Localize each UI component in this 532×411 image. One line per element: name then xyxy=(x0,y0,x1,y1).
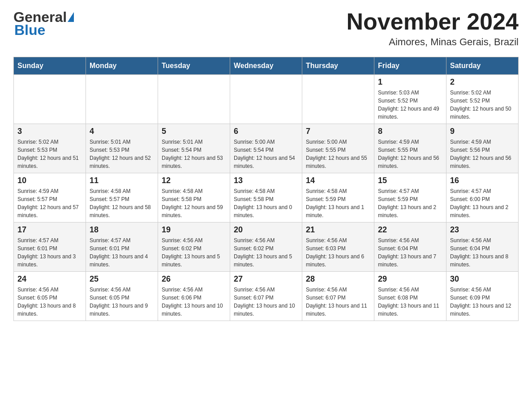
day-number: 22 xyxy=(378,225,442,235)
day-number: 17 xyxy=(17,225,82,235)
table-row: 25Sunrise: 4:56 AMSunset: 6:05 PMDayligh… xyxy=(86,272,158,321)
day-info: Sunrise: 5:02 AMSunset: 5:53 PMDaylight:… xyxy=(17,138,82,170)
day-info: Sunrise: 4:59 AMSunset: 5:55 PMDaylight:… xyxy=(378,138,442,170)
table-row: 30Sunrise: 4:56 AMSunset: 6:09 PMDayligh… xyxy=(446,272,519,321)
day-info: Sunrise: 4:56 AMSunset: 6:05 PMDaylight:… xyxy=(90,286,154,318)
day-info: Sunrise: 4:57 AMSunset: 6:01 PMDaylight:… xyxy=(90,236,154,269)
day-number: 4 xyxy=(90,127,154,136)
calendar-week-3: 10Sunrise: 4:59 AMSunset: 5:57 PMDayligh… xyxy=(14,173,519,223)
day-number: 25 xyxy=(90,274,154,284)
day-info: Sunrise: 4:56 AMSunset: 6:02 PMDaylight:… xyxy=(234,236,298,269)
calendar-week-1: 1Sunrise: 5:03 AMSunset: 5:52 PMDaylight… xyxy=(14,75,519,124)
calendar-week-2: 3Sunrise: 5:02 AMSunset: 5:53 PMDaylight… xyxy=(14,124,519,173)
day-info: Sunrise: 4:56 AMSunset: 6:02 PMDaylight:… xyxy=(162,236,226,269)
day-info: Sunrise: 4:56 AMSunset: 6:07 PMDaylight:… xyxy=(306,286,370,318)
day-info: Sunrise: 5:02 AMSunset: 5:52 PMDaylight:… xyxy=(450,89,515,121)
table-row: 3Sunrise: 5:02 AMSunset: 5:53 PMDaylight… xyxy=(14,124,86,173)
table-row: 26Sunrise: 4:56 AMSunset: 6:06 PMDayligh… xyxy=(158,272,230,321)
day-info: Sunrise: 4:57 AMSunset: 6:00 PMDaylight:… xyxy=(450,187,515,219)
table-row: 6Sunrise: 5:00 AMSunset: 5:54 PMDaylight… xyxy=(230,124,302,173)
calendar-week-4: 17Sunrise: 4:57 AMSunset: 6:01 PMDayligh… xyxy=(14,223,519,272)
day-number: 21 xyxy=(306,225,370,235)
table-row: 22Sunrise: 4:56 AMSunset: 6:04 PMDayligh… xyxy=(374,223,446,272)
day-number: 29 xyxy=(378,274,442,284)
day-info: Sunrise: 4:56 AMSunset: 6:05 PMDaylight:… xyxy=(17,286,82,318)
table-row: 4Sunrise: 5:01 AMSunset: 5:53 PMDaylight… xyxy=(86,124,158,173)
day-number: 27 xyxy=(234,274,298,284)
day-number: 9 xyxy=(450,127,515,136)
day-number: 18 xyxy=(90,225,154,235)
day-number: 11 xyxy=(90,176,154,185)
day-number: 28 xyxy=(306,274,370,284)
table-row: 24Sunrise: 4:56 AMSunset: 6:05 PMDayligh… xyxy=(14,272,86,321)
header-monday: Monday xyxy=(86,57,158,75)
table-row: 2Sunrise: 5:02 AMSunset: 5:52 PMDaylight… xyxy=(446,75,519,124)
logo-blue: Blue xyxy=(13,22,45,39)
calendar-table: Sunday Monday Tuesday Wednesday Thursday… xyxy=(13,57,519,321)
table-row xyxy=(14,75,86,124)
title-area: November 2024 Aimores, Minas Gerais, Bra… xyxy=(347,9,519,48)
header-saturday: Saturday xyxy=(446,57,519,75)
day-info: Sunrise: 4:59 AMSunset: 5:57 PMDaylight:… xyxy=(17,187,82,219)
table-row: 14Sunrise: 4:58 AMSunset: 5:59 PMDayligh… xyxy=(302,173,374,223)
header-wednesday: Wednesday xyxy=(230,57,302,75)
day-info: Sunrise: 5:00 AMSunset: 5:54 PMDaylight:… xyxy=(234,138,298,170)
day-info: Sunrise: 4:56 AMSunset: 6:04 PMDaylight:… xyxy=(450,236,515,269)
table-row: 13Sunrise: 4:58 AMSunset: 5:58 PMDayligh… xyxy=(230,173,302,223)
day-info: Sunrise: 4:58 AMSunset: 5:58 PMDaylight:… xyxy=(162,187,226,219)
weekday-header-row: Sunday Monday Tuesday Wednesday Thursday… xyxy=(14,57,519,75)
table-row: 16Sunrise: 4:57 AMSunset: 6:00 PMDayligh… xyxy=(446,173,519,223)
day-number: 5 xyxy=(162,127,226,136)
table-row: 7Sunrise: 5:00 AMSunset: 5:55 PMDaylight… xyxy=(302,124,374,173)
day-number: 14 xyxy=(306,176,370,185)
day-info: Sunrise: 4:58 AMSunset: 5:59 PMDaylight:… xyxy=(306,187,370,219)
day-info: Sunrise: 4:59 AMSunset: 5:56 PMDaylight:… xyxy=(450,138,515,170)
table-row: 28Sunrise: 4:56 AMSunset: 6:07 PMDayligh… xyxy=(302,272,374,321)
table-row: 29Sunrise: 4:56 AMSunset: 6:08 PMDayligh… xyxy=(374,272,446,321)
day-number: 6 xyxy=(234,127,298,136)
table-row: 11Sunrise: 4:58 AMSunset: 5:57 PMDayligh… xyxy=(86,173,158,223)
day-info: Sunrise: 4:56 AMSunset: 6:07 PMDaylight:… xyxy=(234,286,298,318)
day-info: Sunrise: 4:56 AMSunset: 6:09 PMDaylight:… xyxy=(450,286,515,318)
day-number: 30 xyxy=(450,274,515,284)
page-header: General Blue November 2024 Aimores, Mina… xyxy=(13,9,519,48)
day-number: 24 xyxy=(17,274,82,284)
day-info: Sunrise: 4:56 AMSunset: 6:03 PMDaylight:… xyxy=(306,236,370,269)
day-info: Sunrise: 4:56 AMSunset: 6:04 PMDaylight:… xyxy=(378,236,442,269)
day-number: 3 xyxy=(17,127,82,136)
day-number: 26 xyxy=(162,274,226,284)
day-number: 12 xyxy=(162,176,226,185)
day-info: Sunrise: 5:01 AMSunset: 5:53 PMDaylight:… xyxy=(90,138,154,170)
day-info: Sunrise: 4:57 AMSunset: 6:01 PMDaylight:… xyxy=(17,236,82,269)
table-row: 9Sunrise: 4:59 AMSunset: 5:56 PMDaylight… xyxy=(446,124,519,173)
day-number: 20 xyxy=(234,225,298,235)
day-info: Sunrise: 5:00 AMSunset: 5:55 PMDaylight:… xyxy=(306,138,370,170)
day-number: 7 xyxy=(306,127,370,136)
day-info: Sunrise: 5:01 AMSunset: 5:54 PMDaylight:… xyxy=(162,138,226,170)
table-row xyxy=(158,75,230,124)
table-row xyxy=(302,75,374,124)
table-row: 12Sunrise: 4:58 AMSunset: 5:58 PMDayligh… xyxy=(158,173,230,223)
table-row xyxy=(86,75,158,124)
day-number: 23 xyxy=(450,225,515,235)
table-row: 21Sunrise: 4:56 AMSunset: 6:03 PMDayligh… xyxy=(302,223,374,272)
table-row: 1Sunrise: 5:03 AMSunset: 5:52 PMDaylight… xyxy=(374,75,446,124)
header-friday: Friday xyxy=(374,57,446,75)
month-title: November 2024 xyxy=(347,9,519,34)
logo: General Blue xyxy=(13,9,74,39)
table-row: 17Sunrise: 4:57 AMSunset: 6:01 PMDayligh… xyxy=(14,223,86,272)
table-row: 10Sunrise: 4:59 AMSunset: 5:57 PMDayligh… xyxy=(14,173,86,223)
day-number: 15 xyxy=(378,176,442,185)
header-tuesday: Tuesday xyxy=(158,57,230,75)
location-subtitle: Aimores, Minas Gerais, Brazil xyxy=(347,36,519,48)
day-number: 2 xyxy=(450,77,515,87)
table-row: 8Sunrise: 4:59 AMSunset: 5:55 PMDaylight… xyxy=(374,124,446,173)
day-number: 19 xyxy=(162,225,226,235)
table-row: 23Sunrise: 4:56 AMSunset: 6:04 PMDayligh… xyxy=(446,223,519,272)
table-row: 20Sunrise: 4:56 AMSunset: 6:02 PMDayligh… xyxy=(230,223,302,272)
table-row: 15Sunrise: 4:57 AMSunset: 5:59 PMDayligh… xyxy=(374,173,446,223)
day-info: Sunrise: 4:58 AMSunset: 5:58 PMDaylight:… xyxy=(234,187,298,219)
day-info: Sunrise: 4:58 AMSunset: 5:57 PMDaylight:… xyxy=(90,187,154,219)
day-number: 8 xyxy=(378,127,442,136)
table-row: 19Sunrise: 4:56 AMSunset: 6:02 PMDayligh… xyxy=(158,223,230,272)
